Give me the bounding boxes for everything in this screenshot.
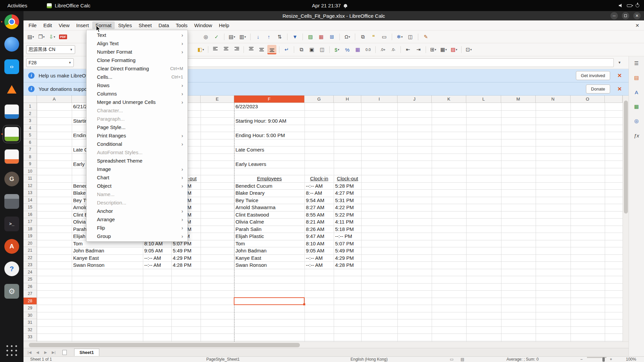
cell-D21[interactable]: 5:49 PM: [171, 247, 201, 254]
new-document-icon[interactable]: ▤▾: [26, 32, 35, 42]
menubar-item-help[interactable]: Help: [215, 21, 232, 29]
menu-item-columns[interactable]: Columns›: [87, 89, 187, 98]
sort-ascending-icon[interactable]: ↓: [254, 32, 263, 42]
column-header-I[interactable]: I: [361, 96, 397, 103]
row-header-1[interactable]: 1: [23, 103, 37, 110]
column-header-A[interactable]: A: [37, 96, 72, 103]
gallery-icon[interactable]: ▦: [632, 102, 641, 111]
dock-icon-impress[interactable]: [4, 149, 19, 164]
cell-F12[interactable]: Benedict Cucum: [234, 182, 305, 190]
row-header-30[interactable]: 30: [23, 312, 37, 319]
row-header-8[interactable]: 8: [23, 154, 37, 161]
unmerge-cells-icon[interactable]: ◫: [318, 45, 327, 54]
styles-icon[interactable]: A: [632, 88, 641, 97]
cell-H17[interactable]: 4:11 PM: [334, 218, 361, 226]
menubar-item-file[interactable]: File: [25, 21, 40, 29]
cell-G15[interactable]: 8:27 AM: [305, 204, 334, 211]
cell-F3[interactable]: Starting Hour: 9:00 AM: [234, 117, 305, 125]
add-decimal-icon[interactable]: .0+: [378, 45, 387, 54]
cell-H15[interactable]: 4:22 PM: [334, 204, 361, 211]
row-header-17[interactable]: 17: [23, 218, 37, 226]
dock-icon-settings[interactable]: [4, 284, 19, 299]
zoom-slider-thumb[interactable]: [602, 357, 605, 362]
previous-sheet-icon[interactable]: ◀: [34, 350, 42, 355]
show-applications-icon[interactable]: [5, 344, 18, 357]
menu-item-page-style[interactable]: Page Style...: [87, 123, 187, 131]
selected-cell-outline[interactable]: [234, 297, 305, 305]
menu-item-anchor[interactable]: Anchor›: [87, 207, 187, 215]
increase-indent-icon[interactable]: ⇥: [414, 45, 423, 54]
cell-D22[interactable]: 4:29 PM: [171, 254, 201, 262]
cell-F23[interactable]: Swan Ronson: [234, 261, 305, 269]
row-header-33[interactable]: 33: [23, 334, 37, 341]
formula-input[interactable]: [114, 58, 614, 67]
row-header-12[interactable]: 12: [23, 182, 37, 190]
freeze-panes-icon[interactable]: ❄▾: [395, 32, 404, 42]
special-character-icon[interactable]: Ω▾: [343, 32, 352, 42]
menu-item-group[interactable]: Group›: [87, 232, 187, 240]
row-header-3[interactable]: 3: [23, 117, 37, 125]
row-header-7[interactable]: 7: [23, 146, 37, 154]
dock-icon-terminal[interactable]: [4, 217, 19, 231]
menu-item-align-text[interactable]: Align Text›: [87, 39, 187, 48]
number-format-icon[interactable]: 0.0: [364, 45, 373, 54]
menu-item-autoformat-styles[interactable]: AutoFormat Styles...: [87, 148, 187, 157]
dock-icon-files[interactable]: [4, 194, 19, 209]
align-right-icon[interactable]: [232, 45, 241, 54]
row-header-31[interactable]: 31: [23, 319, 37, 326]
selection-mode-icon[interactable]: ▭: [450, 357, 453, 362]
menu-item-merge-and-unmerge-cells[interactable]: Merge and Unmerge Cells›: [87, 98, 187, 106]
cell-H21[interactable]: 5:49 PM: [334, 247, 361, 254]
menu-item-character[interactable]: Character...: [87, 106, 187, 115]
cell-F20[interactable]: Tom: [234, 240, 305, 247]
column-header-blank[interactable]: [605, 96, 623, 103]
column-header-J[interactable]: J: [397, 96, 432, 103]
row-header-23[interactable]: 23: [23, 261, 37, 269]
cell-G12[interactable]: --:-- AM: [305, 182, 334, 190]
cell-C21[interactable]: 9:05 AM: [143, 247, 171, 254]
cell-H11[interactable]: Clock-out: [334, 175, 361, 182]
export-pdf-icon[interactable]: PDF: [58, 32, 68, 42]
cell-H19[interactable]: --:-- PM: [334, 233, 361, 240]
column-header-M[interactable]: M: [501, 96, 536, 103]
menu-item-text[interactable]: Text›: [87, 31, 187, 39]
cell-H16[interactable]: 5:22 PM: [334, 211, 361, 219]
dock-icon-blue-app[interactable]: [4, 37, 19, 52]
navigator-icon[interactable]: ◎: [632, 117, 641, 125]
date-format-icon[interactable]: ▦: [353, 45, 362, 54]
split-window-icon[interactable]: ◫: [406, 32, 415, 42]
insert-chart-icon[interactable]: ▦: [317, 32, 326, 42]
cell-F17[interactable]: Olivia Calme: [234, 218, 305, 226]
horizontal-scrollbar-thumb[interactable]: [29, 343, 300, 347]
row-header-29[interactable]: 29: [23, 305, 37, 312]
hyperlink-icon[interactable]: ⧉: [358, 32, 367, 42]
select-all-corner[interactable]: [23, 96, 37, 103]
functions-icon[interactable]: ƒx: [632, 131, 641, 140]
row-header-27[interactable]: 27: [23, 290, 37, 298]
horizontal-scrollbar[interactable]: [23, 342, 629, 348]
font-name-combo[interactable]: 思源黑体 CN ▼: [26, 45, 75, 54]
cell-G21[interactable]: 9:05 AM: [305, 247, 334, 254]
menu-item-number-format[interactable]: Number Format›: [87, 48, 187, 56]
cell-G13[interactable]: 8:-- AM: [305, 189, 334, 197]
cell-G18[interactable]: 8:26 AM: [305, 226, 334, 233]
cell-B22[interactable]: Kanye East: [72, 254, 143, 262]
expand-formula-bar-icon[interactable]: ▼: [618, 61, 621, 64]
cell-F16[interactable]: Clint Eastwood: [234, 211, 305, 219]
row-header-22[interactable]: 22: [23, 254, 37, 262]
center-vertically-icon[interactable]: [257, 45, 266, 54]
sort-descending-icon[interactable]: ↑: [264, 32, 273, 42]
cell-F7[interactable]: Late Comers: [234, 146, 305, 154]
cell-B23[interactable]: Swan Ronson: [72, 261, 143, 269]
column-header-N[interactable]: N: [536, 96, 571, 103]
cell-F11[interactable]: Employees: [234, 175, 305, 182]
autofilter-icon[interactable]: ▼: [290, 32, 300, 42]
cell-G19[interactable]: 9:47 AM: [305, 233, 334, 240]
dock-icon-vlc[interactable]: [4, 82, 19, 97]
menu-item-description[interactable]: Description...: [87, 198, 187, 207]
clock-menu[interactable]: Apr 21 21:37: [312, 3, 347, 8]
menu-item-image[interactable]: Image›: [87, 165, 187, 173]
menu-item-arrange[interactable]: Arrange›: [87, 215, 187, 224]
menu-item-cells[interactable]: Cells...Ctrl+1: [87, 73, 187, 81]
column-header-K[interactable]: K: [432, 96, 466, 103]
